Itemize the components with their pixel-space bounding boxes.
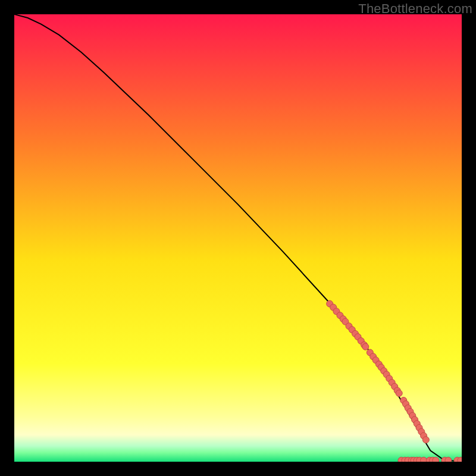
data-marker	[396, 390, 402, 396]
gradient-background	[14, 14, 462, 462]
data-marker	[422, 437, 429, 443]
watermark-text: TheBottleneck.com	[358, 1, 472, 17]
chart-plot	[14, 14, 462, 462]
chart-frame	[14, 14, 462, 462]
data-marker	[445, 457, 452, 462]
data-marker	[362, 343, 369, 350]
data-marker	[433, 457, 439, 462]
data-marker	[421, 457, 427, 462]
